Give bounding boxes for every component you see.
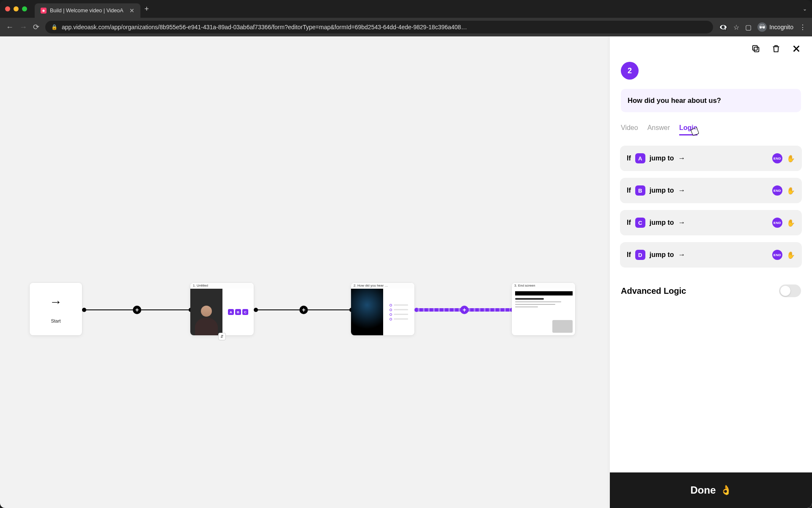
step-index: 3.	[514, 284, 517, 287]
logic-rule[interactable]: If C jump to → END ✋	[620, 210, 802, 235]
rule-end-badge: END	[772, 153, 782, 163]
done-label: Done	[691, 484, 716, 496]
add-step-button[interactable]: +	[133, 306, 141, 314]
incognito-indicator[interactable]: 🕶 Incognito	[757, 22, 793, 32]
eye-off-icon[interactable]: 👁‍🗨	[719, 23, 727, 31]
window-controls	[5, 6, 27, 11]
incognito-label: Incognito	[769, 24, 793, 30]
bookmark-star-icon[interactable]: ☆	[733, 23, 739, 31]
step-node-2[interactable]: 2. How did you hear …	[351, 283, 414, 335]
rule-jump-label: jump to	[650, 155, 674, 162]
lock-icon: 🔒	[51, 24, 58, 30]
logic-rules-list: If A jump to → END ✋ If B jump to → END …	[610, 138, 812, 275]
step-node-1[interactable]: 1. Untitled A B C ⇵	[190, 283, 254, 335]
wave-hand-icon[interactable]: ✋	[787, 187, 795, 195]
side-panel: 2 How did you hear about us? Video Answe…	[610, 36, 812, 508]
active-tab[interactable]: ☻ Build | Welcome video | VideoA ✕	[35, 3, 140, 18]
answer-preview	[383, 289, 414, 335]
url-input[interactable]: 🔒 app.videoask.com/app/organizations/8b9…	[45, 21, 713, 33]
rule-letter-badge: D	[635, 250, 645, 260]
rule-if-label: If	[627, 155, 631, 162]
duplicate-icon[interactable]	[751, 44, 760, 56]
wave-hand-icon[interactable]: ✋	[787, 155, 795, 163]
step-header: 1. Untitled	[190, 283, 254, 289]
choice-chip: B	[235, 309, 241, 315]
step-number-badge: 2	[621, 62, 639, 80]
rule-end-badge: END	[772, 218, 782, 228]
ok-hand-icon: 👌	[720, 485, 732, 496]
tab-video[interactable]: Video	[621, 124, 638, 135]
question-text[interactable]: How did you hear about us?	[621, 89, 801, 112]
node-options-button[interactable]: ⇵	[218, 333, 226, 340]
logic-rule[interactable]: If A jump to → END ✋	[620, 146, 802, 171]
step-header: 2. How did you hear …	[351, 283, 414, 289]
advanced-logic-label: Advanced Logic	[621, 286, 686, 296]
arrow-right-icon: →	[678, 186, 686, 195]
forward-button[interactable]: →	[19, 23, 27, 32]
app-viewport: → Start + 1. Untitled A B C	[0, 36, 812, 508]
step-index: 2.	[354, 284, 357, 287]
wave-hand-icon[interactable]: ✋	[787, 219, 795, 227]
wave-hand-icon[interactable]: ✋	[787, 251, 795, 259]
close-icon[interactable]	[792, 44, 801, 56]
svg-rect-0	[754, 47, 759, 52]
step-title: Untitled	[197, 284, 208, 287]
logic-rule[interactable]: If B jump to → END ✋	[620, 178, 802, 203]
reload-button[interactable]: ⟳	[33, 22, 39, 32]
rule-letter-badge: C	[635, 218, 645, 228]
start-node[interactable]: → Start	[30, 283, 82, 335]
add-step-button[interactable]: +	[460, 306, 469, 314]
end-screen-node[interactable]: 3. End screen	[512, 283, 575, 335]
tab-logic[interactable]: Logic	[679, 124, 697, 135]
add-step-button[interactable]: +	[299, 306, 308, 314]
minimize-window-button[interactable]	[14, 6, 19, 11]
overflow-menu-button[interactable]: ⋮	[799, 23, 806, 31]
rule-if-label: If	[627, 219, 631, 226]
flow-canvas[interactable]: → Start + 1. Untitled A B C	[0, 36, 610, 508]
choice-chip: C	[242, 309, 248, 315]
tab-title: Build | Welcome video | VideoA	[50, 8, 123, 14]
tabs-menu-button[interactable]: ⌄	[803, 6, 807, 12]
arrow-right-icon: →	[678, 154, 686, 163]
end-screen-preview	[512, 289, 575, 335]
step-index: 1.	[193, 284, 196, 287]
rule-letter-badge: B	[635, 185, 645, 196]
tab-answer[interactable]: Answer	[647, 124, 670, 135]
arrow-right-icon: →	[678, 218, 686, 227]
rule-if-label: If	[627, 187, 631, 194]
panel-icon[interactable]: ▢	[745, 23, 752, 31]
svg-rect-1	[753, 46, 757, 50]
toggle-knob	[780, 286, 790, 296]
advanced-logic-toggle[interactable]	[779, 284, 801, 297]
trash-icon[interactable]	[771, 44, 781, 56]
panel-tabs: Video Answer Logic	[610, 116, 812, 138]
video-thumbnail	[351, 289, 383, 335]
url-text: app.videoask.com/app/organizations/8b955…	[62, 24, 707, 30]
step-header: 3. End screen	[512, 283, 575, 289]
rule-jump-label: jump to	[650, 251, 674, 259]
tab-favicon-icon: ☻	[41, 8, 47, 14]
rule-jump-label: jump to	[650, 219, 674, 226]
rule-end-badge: END	[772, 185, 782, 196]
video-thumbnail	[190, 289, 222, 335]
maximize-window-button[interactable]	[22, 6, 27, 11]
incognito-icon: 🕶	[757, 22, 767, 32]
back-button[interactable]: ←	[6, 23, 14, 32]
rule-jump-label: jump to	[650, 187, 674, 194]
close-tab-button[interactable]: ✕	[129, 7, 134, 14]
rule-letter-badge: A	[635, 153, 645, 163]
browser-tab-strip: ☻ Build | Welcome video | VideoA ✕ + ⌄	[0, 0, 812, 18]
arrow-right-icon: →	[49, 295, 62, 309]
logic-rule[interactable]: If D jump to → END ✋	[620, 242, 802, 268]
step-title: End screen	[518, 284, 535, 287]
arrow-right-icon: →	[678, 251, 686, 259]
close-window-button[interactable]	[5, 6, 10, 11]
rule-if-label: If	[627, 251, 631, 259]
answer-preview: A B C	[222, 289, 254, 335]
step-title: How did you hear …	[357, 284, 388, 287]
start-node-label: Start	[51, 318, 60, 323]
address-bar: ← → ⟳ 🔒 app.videoask.com/app/organizatio…	[0, 18, 812, 36]
done-button[interactable]: Done 👌	[610, 472, 812, 508]
new-tab-button[interactable]: +	[145, 5, 149, 14]
choice-chip: A	[228, 309, 234, 315]
